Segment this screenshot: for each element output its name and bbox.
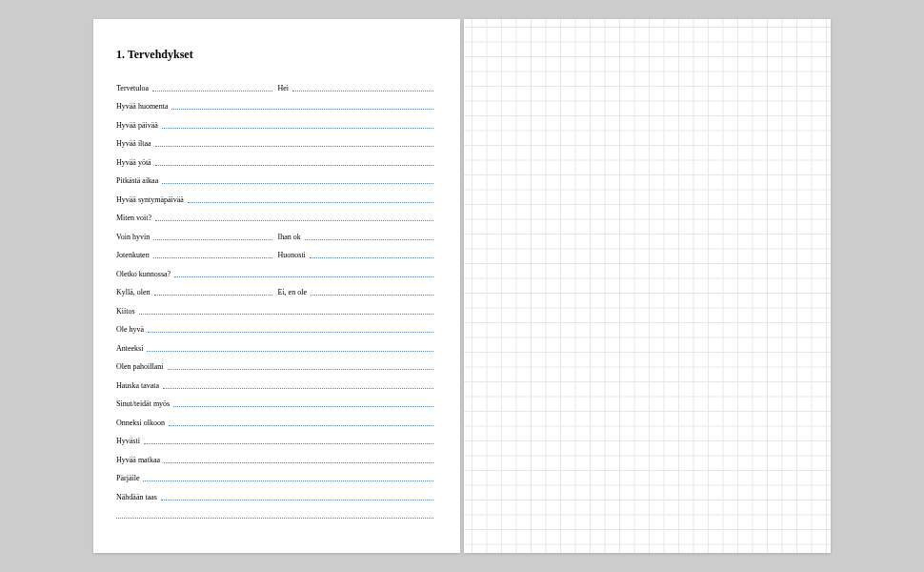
term-label: Hyvää päivää (116, 122, 158, 132)
dotted-line (310, 257, 433, 258)
entry: Pitkästä aikaa (116, 177, 433, 187)
dotted-line (188, 202, 433, 203)
vocab-row: Ole hyvä (116, 317, 433, 337)
section-heading: 1. Tervehdykset (116, 48, 433, 62)
left-page: 1. Tervehdykset TervetuloaHeiHyvää huome… (93, 19, 460, 553)
blank-line (116, 518, 433, 521)
dotted-line (171, 109, 433, 110)
vocab-row: Nähdään taas (116, 484, 433, 503)
dotted-line (162, 128, 433, 129)
dotted-line (173, 406, 433, 407)
dotted-line (139, 314, 433, 315)
term-label: Hyvää matkaa (116, 457, 160, 466)
dotted-line (174, 276, 433, 277)
dotted-line (161, 500, 433, 500)
dotted-line (144, 443, 433, 444)
vocab-row: Hyvää syntymäpäivää (116, 187, 433, 206)
vocab-row: Hyvästi (116, 429, 433, 448)
term-label: Voin hyvin (116, 234, 150, 243)
vocab-row: TervetuloaHei (116, 75, 433, 94)
entry: Sinut/teidät myös (116, 400, 433, 410)
entry: Voin hyvin (116, 234, 272, 243)
vocab-row: JotenkutenHuonosti (116, 243, 433, 262)
dotted-line (163, 388, 433, 389)
entry: Onneksi olkoon (116, 419, 433, 429)
term-label: Oletko kunnossa? (116, 271, 171, 280)
term-label: Huonosti (278, 252, 306, 261)
vocab-row: Olen pahoillani (116, 355, 433, 374)
term-label: Hyvästi (116, 438, 140, 447)
vocab-row: Hyvää iltaa (116, 132, 433, 151)
dotted-line (152, 91, 271, 92)
vocab-row: Pitkästä aikaa (116, 169, 433, 188)
vocab-row: Hyvää yötä (116, 150, 433, 169)
vocab-row: Hyvää päivää (116, 112, 433, 132)
entry: Olen pahoillani (116, 363, 433, 373)
dotted-line (169, 425, 433, 426)
dotted-line (154, 295, 272, 296)
entry: Pärjäile (116, 475, 433, 484)
entry: Hei (278, 85, 434, 94)
dotted-line (153, 257, 272, 258)
entry: Hauska tavata (116, 382, 433, 392)
dotted-line (162, 183, 433, 184)
entry: Kyllä, olen (116, 289, 272, 298)
vocab-row: Miten voit? (116, 206, 433, 225)
term-label: Hyvää syntymäpäivää (116, 196, 184, 206)
term-label: Onneksi olkoon (116, 419, 165, 429)
entry: Hyvää matkaa (116, 457, 433, 466)
vocab-row: Voin hyvinIhan ok (116, 224, 433, 243)
term-label: Olen pahoillani (116, 363, 164, 373)
entry: Hyvää päivää (116, 122, 433, 132)
entry: Jotenkuten (116, 252, 272, 261)
dotted-line (153, 239, 271, 240)
entry: Miten voit? (116, 214, 433, 224)
vocab-row: Kiitos (116, 298, 433, 317)
vocab-row: Pärjäile (116, 466, 433, 485)
vocab-row: Onneksi olkoon (116, 410, 433, 429)
dotted-line (164, 462, 433, 463)
right-page-grid (464, 19, 831, 553)
dotted-line (143, 480, 433, 481)
dotted-line (147, 351, 433, 352)
term-label: Hyvää iltaa (116, 140, 151, 150)
term-label: Ihan ok (278, 234, 301, 243)
term-label: Ole hyvä (116, 326, 144, 336)
term-label: Hyvää yötä (116, 159, 151, 169)
dotted-line (292, 91, 433, 92)
vocab-row: Hyvää huomenta (116, 94, 433, 113)
vocab-row: Oletko kunnossa? (116, 261, 433, 280)
entry: Hyvää iltaa (116, 140, 433, 150)
entry: Hyvää huomenta (116, 103, 433, 112)
dotted-line (168, 369, 433, 370)
entry: Hyvää syntymäpäivää (116, 196, 433, 206)
entry: Hyvää yötä (116, 159, 433, 169)
vocab-row: Kyllä, olenEi, en ole (116, 280, 433, 299)
entry: Anteeksi (116, 345, 433, 355)
page-spread: 1. Tervehdykset TervetuloaHeiHyvää huome… (93, 19, 831, 553)
term-label: Ei, en ole (278, 289, 307, 298)
dotted-line (155, 220, 433, 221)
entry: Ole hyvä (116, 326, 433, 336)
vocabulary-list: TervetuloaHeiHyvää huomentaHyvää päivääH… (116, 75, 433, 521)
term-label: Sinut/teidät myös (116, 400, 170, 410)
entry: Oletko kunnossa? (116, 271, 433, 280)
entry: Nähdään taas (116, 494, 433, 503)
dotted-line (305, 239, 433, 240)
entry: Tervetuloa (116, 85, 272, 94)
entry: Ihan ok (278, 234, 434, 243)
dotted-line (311, 295, 433, 296)
entry: Ei, en ole (278, 289, 434, 298)
dotted-line (116, 518, 433, 519)
term-label: Hyvää huomenta (116, 103, 168, 112)
dotted-line (148, 332, 433, 333)
term-label: Pitkästä aikaa (116, 177, 158, 187)
term-label: Hei (278, 85, 290, 94)
term-label: Nähdään taas (116, 494, 157, 503)
vocab-row: Hauska tavata (116, 373, 433, 392)
entry: Huonosti (278, 252, 434, 261)
term-label: Tervetuloa (116, 85, 149, 94)
vocab-row (116, 503, 433, 522)
term-label: Pärjäile (116, 475, 139, 484)
term-label: Jotenkuten (116, 252, 150, 261)
